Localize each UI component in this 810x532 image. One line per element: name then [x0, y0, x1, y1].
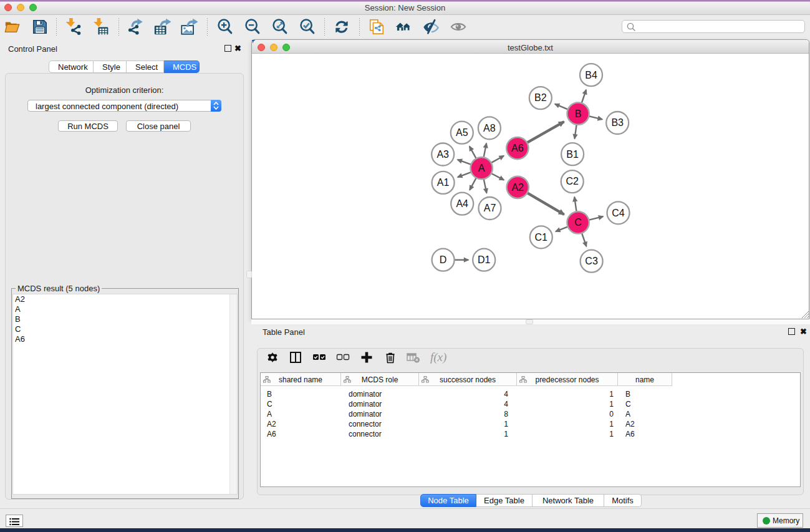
svg-text:C1: C1 [535, 232, 548, 243]
svg-text:A3: A3 [436, 149, 449, 160]
svg-text:C3: C3 [585, 256, 598, 266]
svg-text:B: B [575, 109, 582, 119]
svg-text:A7: A7 [484, 203, 496, 213]
svg-text:A6: A6 [511, 143, 524, 153]
svg-text:A4: A4 [456, 198, 468, 209]
svg-text:B2: B2 [534, 92, 547, 103]
svg-text:D1: D1 [478, 254, 491, 265]
svg-text:A: A [478, 163, 485, 173]
svg-text:A2: A2 [511, 182, 524, 193]
svg-text:A1: A1 [437, 177, 450, 188]
svg-text:D: D [440, 254, 447, 265]
svg-text:B4: B4 [585, 70, 597, 80]
svg-text:C: C [574, 217, 582, 228]
svg-text:A5: A5 [456, 127, 468, 138]
svg-text:C4: C4 [612, 208, 625, 218]
svg-text:B3: B3 [611, 117, 624, 128]
svg-text:A8: A8 [483, 123, 496, 133]
svg-text:C2: C2 [566, 176, 579, 186]
svg-text:B1: B1 [566, 149, 579, 160]
